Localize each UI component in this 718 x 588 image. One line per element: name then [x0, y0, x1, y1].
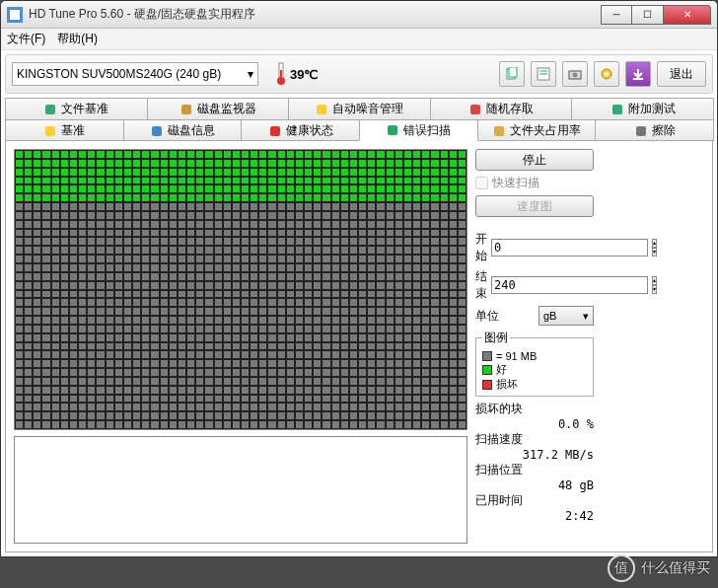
drive-select[interactable]: KINGSTON SUV500MS240G (240 gB) ▾	[12, 62, 258, 86]
speed-label: 扫描速度	[475, 431, 594, 448]
legend-ok-label: 好	[496, 362, 507, 377]
random-access-icon	[468, 103, 482, 116]
file-benchmark-icon	[43, 103, 57, 116]
copy-icon	[505, 67, 519, 81]
end-spin-down[interactable]: ▾	[652, 285, 657, 294]
pos-value: 48 gB	[475, 478, 594, 492]
tab-label: 错误扫描	[403, 122, 451, 139]
end-label: 结束	[475, 268, 487, 302]
window-title: HD Tune Pro 5.60 - 硬盘/固态硬盘实用程序	[29, 6, 601, 23]
tab-info[interactable]: 磁盘信息	[123, 119, 243, 141]
svg-rect-22	[388, 125, 397, 135]
tab-erase[interactable]: 擦除	[595, 119, 714, 141]
options-button[interactable]	[594, 61, 619, 87]
svg-rect-18	[612, 105, 622, 114]
exit-button[interactable]: 退出	[657, 61, 706, 87]
unit-label: 单位	[475, 308, 507, 325]
start-spin-up[interactable]: ▴	[652, 239, 657, 248]
close-button[interactable]: ✕	[664, 5, 711, 25]
svg-point-13	[605, 72, 609, 76]
svg-rect-1	[10, 10, 20, 20]
dropdown-arrow-icon: ▾	[248, 67, 253, 81]
copy-text-button[interactable]	[531, 61, 556, 87]
maximize-button[interactable]: ☐	[632, 5, 664, 25]
legend-title: 图例	[482, 330, 510, 346]
svg-rect-20	[152, 126, 162, 136]
legend-ok-swatch	[482, 365, 492, 375]
copy-info-button[interactable]	[499, 61, 525, 87]
download-icon	[631, 67, 645, 81]
watermark: 值 什么值得买	[608, 554, 710, 582]
tab-random-access[interactable]: 随机存取	[430, 98, 573, 119]
benchmark-icon	[43, 124, 57, 138]
start-input[interactable]	[491, 239, 648, 257]
svg-rect-6	[509, 67, 517, 77]
log-box	[14, 436, 467, 544]
aam-icon	[315, 103, 328, 116]
tab-error-scan[interactable]: 错误扫描	[359, 119, 478, 141]
start-label: 开始	[475, 231, 487, 264]
legend-bad-swatch	[482, 380, 492, 390]
titlebar: HD Tune Pro 5.60 - 硬盘/固态硬盘实用程序 ─ ☐ ✕	[1, 1, 717, 29]
erase-icon	[634, 124, 648, 138]
screenshot-button[interactable]	[562, 61, 588, 87]
tab-benchmark[interactable]: 基准	[5, 119, 124, 141]
camera-icon	[568, 67, 582, 81]
svg-rect-4	[280, 70, 282, 80]
unit-select[interactable]: gB▾	[538, 306, 594, 326]
error-scan-icon	[386, 123, 399, 137]
minimize-button[interactable]: ─	[601, 5, 632, 25]
thermometer-icon	[276, 62, 286, 86]
disk-monitor-icon	[180, 103, 193, 116]
watermark-text: 什么值得买	[641, 559, 710, 577]
quick-scan-label: 快速扫描	[492, 175, 539, 191]
folder-usage-icon	[492, 124, 506, 138]
svg-rect-16	[317, 105, 326, 114]
elapsed-label: 已用时间	[475, 492, 594, 509]
end-input[interactable]	[491, 276, 648, 294]
svg-point-11	[573, 73, 578, 78]
tab-label: 附加测试	[628, 101, 676, 117]
info-icon	[150, 124, 164, 138]
tab-extra-tests[interactable]: 附加测试	[571, 98, 714, 119]
damaged-value: 0.0 %	[475, 417, 594, 431]
svg-rect-24	[636, 126, 646, 136]
svg-rect-14	[45, 105, 55, 114]
menu-help[interactable]: 帮助(H)	[57, 31, 98, 47]
app-icon	[7, 7, 23, 23]
stats-block: 损坏的块 0.0 % 扫描速度 317.2 MB/s 扫描位置 48 gB 已用…	[475, 401, 594, 523]
tab-folder-usage[interactable]: 文件夹占用率	[477, 119, 597, 141]
svg-rect-23	[494, 126, 504, 136]
tab-file-benchmark[interactable]: 文件基准	[5, 98, 148, 119]
start-spin-down[interactable]: ▾	[652, 248, 657, 257]
tab-label: 磁盘信息	[168, 122, 215, 139]
tab-label: 健康状态	[286, 122, 333, 139]
end-spin-up[interactable]: ▴	[652, 276, 657, 285]
legend-size-label: = 91 MB	[496, 350, 537, 362]
tab-disk-monitor[interactable]: 磁盘监视器	[147, 98, 290, 119]
svg-rect-15	[181, 105, 191, 114]
svg-rect-17	[470, 105, 480, 114]
tab-label: 磁盘监视器	[197, 101, 256, 117]
legend-size-swatch	[482, 351, 492, 361]
tab-aam[interactable]: 自动噪音管理	[288, 98, 431, 119]
scan-grid	[14, 149, 467, 430]
elapsed-value: 2:42	[475, 509, 594, 523]
menubar: 文件(F) 帮助(H)	[1, 29, 717, 50]
menu-file[interactable]: 文件(F)	[7, 31, 45, 47]
tab-label: 擦除	[652, 122, 676, 139]
health-icon	[268, 124, 282, 138]
save-button[interactable]	[625, 61, 651, 87]
pos-label: 扫描位置	[475, 462, 594, 478]
temperature-display: 39℃	[276, 62, 319, 86]
tab-health[interactable]: 健康状态	[241, 119, 360, 141]
toolbar: KINGSTON SUV500MS240G (240 gB) ▾ 39℃ 退出	[5, 54, 713, 94]
legend-fieldset: 图例 = 91 MB 好 损坏	[475, 330, 594, 397]
tab-label: 基准	[61, 122, 85, 139]
speedmap-button: 速度图	[475, 195, 594, 217]
legend-bad-label: 损坏	[496, 377, 518, 392]
stop-button[interactable]: 停止	[475, 149, 594, 171]
copy-text-icon	[537, 67, 550, 81]
svg-rect-19	[45, 126, 55, 136]
svg-rect-21	[270, 126, 280, 136]
